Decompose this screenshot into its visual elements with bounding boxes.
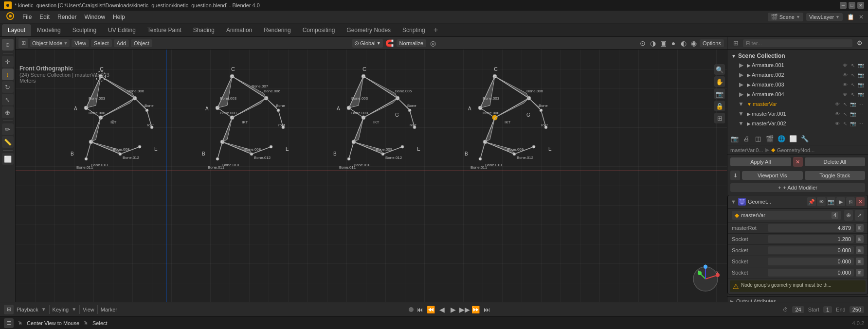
apply-all-button[interactable]: Apply All — [730, 157, 791, 166]
geo-render-icon[interactable]: 📷 — [827, 197, 835, 206]
mode-icon[interactable]: ⊙ — [2, 39, 14, 51]
cursor-mv001-icon[interactable]: ↖ — [842, 110, 849, 117]
sc-item-mastervar001[interactable]: ▼ ▶ masterVar.001 👁 ↖ 📷 ⋯ — [729, 109, 866, 119]
eye3-icon[interactable]: 👁 — [842, 81, 849, 88]
playback-menu[interactable]: Playback — [17, 307, 38, 312]
material-icon[interactable]: ◐ — [679, 38, 688, 48]
socket1-stepper[interactable]: ⊞ — [856, 235, 864, 243]
output-attributes-row[interactable]: ▶ Output Attributes — [727, 296, 868, 302]
props-output-icon[interactable]: 🖨 — [741, 133, 752, 144]
tab-modeling[interactable]: Modeling — [31, 24, 67, 36]
camera-mv-icon[interactable]: 📷 — [850, 101, 856, 107]
camera3-render-icon[interactable]: 📷 — [857, 81, 864, 88]
sc-item-armature002[interactable]: ▶ ▶ Armature.002 👁 ↖ 📷 — [729, 70, 866, 80]
prev-keyframe-button[interactable]: ⏪ — [426, 305, 436, 314]
props-object-icon[interactable]: ⬜ — [788, 133, 798, 144]
proportional-icon[interactable]: ◎ — [428, 38, 438, 48]
measure-tool[interactable]: 📏 — [2, 136, 14, 148]
wireframe-icon[interactable]: ▣ — [658, 38, 668, 48]
annotate-tool[interactable]: ✏ — [2, 123, 14, 135]
sc-item-armature001[interactable]: ▶ ▶ Armature.001 👁 ↖ 📷 — [729, 60, 866, 70]
cursor2-icon[interactable]: ↖ — [850, 71, 856, 78]
scene-collection-header[interactable]: ▼ Scene Collection — [729, 52, 866, 60]
node-group-new-icon[interactable]: ⊕ — [844, 210, 853, 221]
tab-layout[interactable]: Layout — [2, 24, 31, 36]
menu-help[interactable]: Help — [109, 13, 129, 21]
camera-mv002-icon[interactable]: 📷 — [850, 120, 856, 127]
tab-scripting[interactable]: Scripting — [397, 24, 431, 36]
timeline-editor-icon[interactable]: ⊞ — [4, 305, 14, 314]
socket4-stepper[interactable]: ⊞ — [856, 269, 864, 277]
extra-mv-icon[interactable]: ⋯ — [857, 101, 864, 107]
toggle-stack-button[interactable]: Toggle Stack — [805, 171, 866, 180]
camera4-render-icon[interactable]: 📷 — [857, 91, 864, 98]
delete-all-button[interactable]: Delete All — [805, 157, 866, 166]
start-frame[interactable]: 1 — [823, 306, 832, 313]
menu-edit[interactable]: Edit — [36, 13, 54, 21]
cursor-tool[interactable]: ✛ — [2, 56, 14, 68]
add-modifier-button[interactable]: + + Add Modifier — [730, 183, 865, 192]
view-sphere[interactable]: X Y Z — [691, 264, 720, 295]
keying-menu[interactable]: Keying — [53, 307, 69, 312]
add-cube-tool[interactable]: ⬜ — [2, 153, 14, 165]
outliner-type-icon[interactable]: ⊞ — [730, 38, 741, 49]
cursor3-icon[interactable]: ↖ — [850, 81, 856, 88]
extra-mv002-icon[interactable]: ⋯ — [857, 120, 864, 127]
minimize-button[interactable]: ─ — [840, 2, 847, 9]
lock-btn[interactable]: 🔒 — [714, 101, 725, 111]
props-view-layer-icon[interactable]: ◫ — [753, 133, 763, 144]
add-menu[interactable]: Add — [114, 39, 129, 47]
close-button[interactable]: ✕ — [857, 2, 864, 9]
scale-tool[interactable]: ⤡ — [2, 94, 14, 105]
view-menu[interactable]: View — [72, 39, 89, 47]
viewport-vis-icon[interactable]: ⬇ — [730, 171, 740, 180]
viewport-vis-button[interactable]: Viewport Vis — [742, 171, 803, 180]
select-menu[interactable]: Select — [91, 39, 112, 47]
xray-icon[interactable]: ◑ — [648, 38, 658, 48]
sc-item-mastervar[interactable]: ▼ ▼ masterVar 👁 ↖ 📷 ⋯ — [729, 99, 866, 109]
eye-icon[interactable]: 👁 — [842, 62, 849, 69]
tab-rendering[interactable]: Rendering — [258, 24, 296, 36]
delete-all-x-button[interactable]: ✕ — [793, 157, 803, 167]
geo-copy-icon[interactable]: ⎘ — [846, 197, 855, 206]
end-frame[interactable]: 250 — [850, 306, 864, 313]
keying-dropdown[interactable]: ▼ — [72, 307, 76, 312]
sc-item-armature004[interactable]: ▶ ▶ Armature.004 👁 ↖ 📷 — [729, 89, 866, 99]
masterrot-stepper[interactable]: ⊞ — [856, 224, 864, 232]
sc-item-armature003[interactable]: ▶ ▶ Armature.003 👁 ↖ 📷 — [729, 80, 866, 89]
editor-type-icon[interactable]: ⊞ — [18, 38, 28, 48]
cursor-mv-icon[interactable]: ↖ — [842, 101, 849, 107]
geo-delete-icon[interactable]: ✕ — [856, 197, 865, 206]
socket2-stepper[interactable]: ⊞ — [856, 246, 864, 254]
rotate-tool[interactable]: ↻ — [2, 81, 14, 93]
viewlayer-selector[interactable]: ViewLayer ▼ — [806, 13, 843, 21]
options-btn[interactable]: Options — [700, 39, 724, 47]
props-modifier-icon[interactable]: 🔧 — [799, 133, 810, 144]
socket1-input[interactable]: 1.280 — [768, 235, 854, 243]
transform-pivot-dropdown[interactable]: ⊙ Global ▼ — [352, 39, 383, 48]
camera-render-icon[interactable]: 📷 — [857, 62, 864, 69]
next-keyframe-button[interactable]: ⏩ — [471, 305, 481, 314]
new-scene-icon[interactable]: 📋 — [846, 12, 855, 22]
object-menu[interactable]: Object — [131, 39, 152, 47]
snapping-icon[interactable]: 🧲 — [385, 38, 395, 48]
overlay-icon[interactable]: ⊙ — [638, 38, 648, 48]
socket2-input[interactable]: 0.000 — [768, 246, 854, 254]
record-button[interactable] — [409, 307, 414, 312]
outliner-filter-icon[interactable]: ⚙ — [854, 38, 865, 49]
jump-end-button[interactable]: ⏭ — [482, 305, 492, 314]
delete-scene-icon[interactable]: ✕ — [856, 12, 866, 22]
cursor-icon[interactable]: ↖ — [850, 62, 856, 69]
eye4-icon[interactable]: 👁 — [842, 91, 849, 98]
geo-realtime-icon[interactable]: ▶ — [836, 197, 845, 206]
play-button[interactable]: ▶ — [449, 305, 458, 314]
current-frame[interactable]: 24 — [792, 306, 804, 313]
menu-render[interactable]: Render — [54, 13, 80, 21]
eye-mv001-icon[interactable]: 👁 — [834, 110, 841, 117]
cursor-mv002-icon[interactable]: ↖ — [842, 120, 849, 127]
eye-mv002-icon[interactable]: 👁 — [834, 120, 841, 127]
geo-mod-expand[interactable]: ▼ — [731, 199, 736, 205]
socket3-stepper[interactable]: ⊞ — [856, 258, 864, 265]
prev-frame-button[interactable]: ◀ — [437, 305, 447, 314]
node-group-open-icon[interactable]: ↗ — [855, 210, 864, 221]
